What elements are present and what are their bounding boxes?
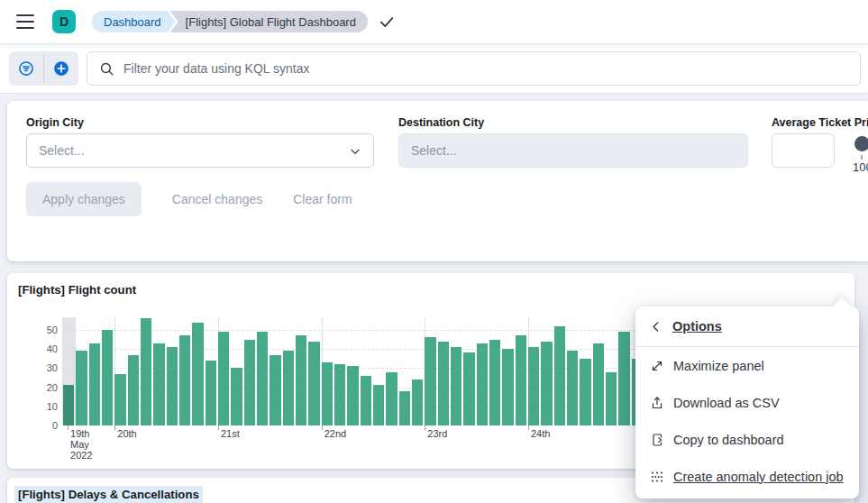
menu-item-create-anomaly-job[interactable]: Create anomaly detection job — [635, 458, 859, 495]
flight-count-bar[interactable] — [244, 340, 255, 425]
flight-count-bar[interactable] — [192, 323, 203, 425]
flight-count-bar[interactable] — [257, 332, 268, 425]
flight-count-bar[interactable] — [114, 374, 125, 425]
flight-count-bar[interactable] — [412, 380, 423, 425]
flight-count-bar[interactable] — [373, 385, 384, 425]
menu-item-label: Create anomaly detection job — [673, 470, 844, 484]
saved-query-filter-icon[interactable] — [9, 51, 43, 86]
flight-count-bar[interactable] — [361, 376, 371, 425]
add-filter-button[interactable] — [44, 51, 78, 86]
search-icon — [99, 61, 114, 77]
flight-count-bar[interactable] — [153, 343, 164, 425]
x-axis-tick — [528, 425, 529, 430]
flight-count-bar[interactable] — [141, 318, 151, 425]
x-axis-tick — [425, 425, 425, 430]
x-axis-tick-label: 21st — [221, 428, 240, 439]
slider-tick — [861, 155, 863, 160]
flight-count-bar[interactable] — [102, 330, 113, 425]
query-bar — [0, 43, 868, 94]
options-menu-title: Options — [672, 319, 722, 334]
breadcrumb-dashboard[interactable]: Dashboard — [92, 11, 176, 32]
flight-count-bar[interactable] — [386, 372, 397, 425]
apply-changes-button[interactable]: Apply changes — [26, 182, 142, 216]
breadcrumb-current-dashboard[interactable]: [Flights] Global Flight Dashboard — [170, 11, 368, 32]
origin-city-select[interactable]: Select... — [26, 133, 374, 168]
flight-count-bar[interactable] — [593, 343, 604, 425]
flight-count-bar[interactable] — [322, 362, 333, 425]
panel-options-menu: Options Maximize panel Download as CSV C… — [635, 306, 859, 498]
flight-count-bar[interactable] — [477, 343, 488, 425]
destination-city-placeholder: Select... — [411, 143, 457, 158]
y-axis-tick-label: 0 — [34, 420, 58, 431]
x-axis-tick — [68, 425, 69, 430]
menu-item-maximize-panel[interactable]: Maximize panel — [635, 347, 859, 384]
flight-count-bar[interactable] — [334, 364, 345, 425]
destination-city-label: Destination City — [398, 116, 484, 129]
flight-count-bar[interactable] — [399, 391, 410, 425]
menu-hamburger-icon[interactable] — [16, 14, 34, 29]
flight-count-bar[interactable] — [516, 335, 526, 425]
machine-learning-icon — [650, 470, 664, 484]
flight-count-bar[interactable] — [76, 351, 87, 425]
x-axis-tick — [322, 425, 323, 430]
flight-count-bar[interactable] — [89, 343, 100, 425]
flight-count-bar[interactable] — [489, 340, 500, 425]
flight-count-bar[interactable] — [270, 355, 280, 425]
x-axis-tick-label: 19th May 2022 — [70, 428, 92, 461]
flight-count-bar[interactable] — [128, 355, 139, 425]
flight-count-bar[interactable] — [296, 335, 306, 425]
space-avatar[interactable]: D — [52, 10, 76, 33]
flight-count-bar[interactable] — [567, 351, 578, 425]
flight-count-bar[interactable] — [231, 368, 242, 425]
flight-count-bar[interactable] — [347, 366, 358, 425]
flight-count-bar[interactable] — [554, 326, 565, 425]
filter-button-group — [9, 51, 78, 86]
flight-count-bar[interactable] — [606, 372, 617, 425]
price-range-slider-thumb[interactable] — [854, 136, 868, 151]
flight-count-bar[interactable] — [618, 332, 629, 425]
kql-search-input[interactable] — [123, 61, 860, 76]
flight-count-bar[interactable] — [541, 342, 552, 425]
kibana-dashboard-app: D Dashboard [Flights] Global Flight Dash… — [0, 0, 868, 503]
x-axis-tick — [218, 425, 219, 430]
avg-ticket-price-input[interactable] — [772, 133, 835, 168]
flight-count-bar[interactable] — [580, 359, 590, 425]
saved-check-icon[interactable] — [379, 14, 395, 30]
kql-search-box — [87, 51, 861, 86]
controls-actions: Apply changes Cancel changes Clear form — [26, 182, 352, 216]
menu-item-label: Download as CSV — [673, 396, 780, 410]
y-axis-tick-label: 50 — [34, 325, 58, 335]
top-navbar: D Dashboard [Flights] Global Flight Dash… — [0, 0, 868, 43]
chevron-left-icon — [650, 321, 662, 333]
flight-count-bar[interactable] — [463, 352, 474, 425]
menu-item-label: Copy to dashboard — [673, 433, 784, 447]
flight-count-bar[interactable] — [308, 342, 319, 425]
menu-item-download-csv[interactable]: Download as CSV — [635, 384, 859, 421]
expand-icon — [650, 359, 664, 373]
y-axis-tick-label: 20 — [34, 382, 58, 393]
menu-item-copy-to-dashboard[interactable]: Copy to dashboard — [635, 421, 859, 458]
flight-count-bar[interactable] — [283, 351, 294, 425]
flight-count-bar[interactable] — [206, 361, 216, 425]
flight-count-bar[interactable] — [218, 332, 229, 425]
flight-count-bar[interactable] — [528, 347, 539, 425]
delays-panel-title[interactable]: [Flights] Delays & Cancellations — [14, 486, 203, 503]
flight-count-bar[interactable] — [438, 342, 449, 425]
x-axis-tick-label: 20th — [117, 428, 136, 439]
y-axis-tick-label: 10 — [34, 401, 58, 412]
copy-page-icon — [650, 433, 664, 447]
flight-count-bar[interactable] — [179, 335, 190, 425]
options-menu-back[interactable]: Options — [635, 306, 859, 347]
flight-count-bar[interactable] — [167, 347, 178, 425]
y-axis-tick-label: 40 — [34, 343, 58, 354]
flight-count-bar[interactable] — [425, 337, 435, 425]
flight-count-bar[interactable] — [502, 349, 513, 425]
destination-city-select[interactable]: Select... — [398, 133, 748, 168]
clear-form-button[interactable]: Clear form — [293, 192, 352, 206]
flight-count-bar[interactable] — [63, 385, 74, 425]
cancel-changes-button[interactable]: Cancel changes — [172, 192, 262, 206]
x-axis-tick-label: 22nd — [324, 428, 346, 439]
flight-count-bar[interactable] — [451, 347, 461, 425]
slider-value-label: 100 — [853, 160, 868, 174]
origin-city-label: Origin City — [26, 116, 84, 129]
